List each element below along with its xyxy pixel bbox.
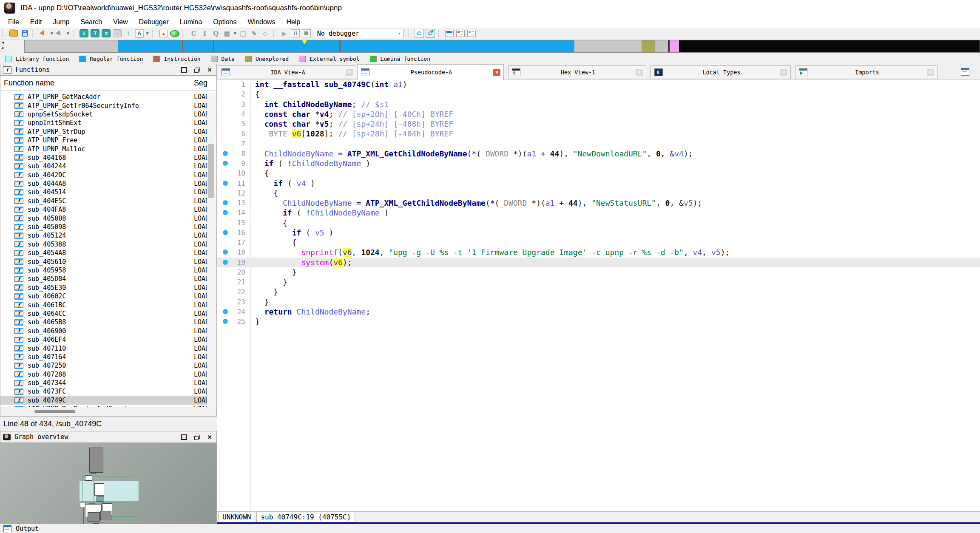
- code-line[interactable]: 25}: [217, 317, 980, 326]
- restore-icon[interactable]: [180, 66, 188, 73]
- tab-close-icon[interactable]: ×: [780, 69, 787, 76]
- float-icon[interactable]: [193, 66, 201, 73]
- menu-item-edit[interactable]: Edit: [25, 18, 48, 26]
- column-divider[interactable]: [191, 76, 191, 90]
- menu-item-help[interactable]: Help: [281, 18, 306, 26]
- jump-problem-button[interactable]: ◦: [113, 29, 122, 38]
- function-row[interactable]: fsub_407344LOAD: [0, 379, 207, 387]
- function-row[interactable]: fsub_4044A8LOAD: [0, 179, 207, 188]
- tab-close-icon[interactable]: ×: [636, 69, 643, 76]
- code-line[interactable]: 8 ChildNodeByName = ATP_XML_GetChildNode…: [217, 149, 980, 159]
- add-watch-button[interactable]: [456, 29, 465, 38]
- menu-item-search[interactable]: Search: [75, 18, 108, 26]
- string-style-dropdown[interactable]: ▼: [145, 31, 150, 36]
- function-row[interactable]: fATP_UPNP_StrDupLOAD: [0, 128, 207, 136]
- debugger-pause-button[interactable]: [291, 29, 300, 38]
- function-row[interactable]: fsub_404168LOAD: [0, 153, 207, 162]
- function-row[interactable]: fsub_404FA8LOAD: [0, 205, 207, 214]
- function-row[interactable]: fsub_4042DCLOAD: [0, 171, 207, 179]
- edit-mode-button[interactable]: ✎: [250, 29, 259, 38]
- graph-overview-minimap[interactable]: [0, 443, 217, 524]
- menu-item-view[interactable]: View: [108, 18, 133, 26]
- nav-back-dropdown[interactable]: ▼: [50, 31, 54, 36]
- code-line[interactable]: 13 ChildNodeByName = ATP_XML_GetChildNod…: [217, 198, 980, 208]
- start-process-button[interactable]: [170, 29, 179, 38]
- code-line[interactable]: 6 _BYTE v6[1028]; // [sp+28h] [-404h] BY…: [217, 129, 980, 139]
- code-line[interactable]: 19 system(v6);: [217, 258, 980, 267]
- column-function-name[interactable]: Function name: [4, 79, 54, 87]
- function-row[interactable]: fATP_UPNP_MallocLOAD: [0, 145, 207, 153]
- chunk-dropdown[interactable]: ▼: [233, 31, 237, 36]
- tab-close-icon[interactable]: ×: [493, 69, 500, 76]
- function-row[interactable]: fsub_405388LOAD: [0, 240, 207, 249]
- pseudocode-view[interactable]: 1int __fastcall sub_40749C(int a1)2{3 in…: [217, 79, 980, 511]
- breakpoint-list-button[interactable]: ▲: [159, 29, 168, 38]
- tab-close-icon[interactable]: ×: [346, 69, 353, 76]
- jump-segment-button[interactable]: ≡: [102, 29, 111, 38]
- ascii-string-button[interactable]: A: [135, 29, 144, 38]
- function-row[interactable]: fATP_UPNP_GetTr064SecurityInfoLOAD: [0, 101, 207, 110]
- tab-local-types[interactable]: Local Types×: [650, 65, 791, 79]
- debugger-stop-button[interactable]: [302, 29, 311, 38]
- function-row[interactable]: fsub_4064CCLOAD: [0, 309, 207, 318]
- nav-forward-button[interactable]: [55, 29, 65, 38]
- open-file-button[interactable]: [9, 29, 18, 38]
- frame-button[interactable]: □: [239, 29, 248, 38]
- close-icon[interactable]: ×: [205, 66, 214, 73]
- extra-view-icon[interactable]: [961, 68, 969, 76]
- debugger-selector[interactable]: No debugger ▾: [314, 29, 404, 38]
- code-line[interactable]: 20 }: [217, 267, 980, 277]
- code-line[interactable]: 10 {: [217, 168, 980, 178]
- function-row[interactable]: fsub_404514LOAD: [0, 188, 207, 196]
- code-line[interactable]: 11 if ( v4 ): [217, 179, 980, 188]
- tab-ida-view-a[interactable]: IDA View-A×: [218, 65, 356, 79]
- functions-vertical-scrollbar[interactable]: [207, 93, 216, 407]
- code-line[interactable]: 17 {: [217, 238, 980, 247]
- scrollbar-thumb[interactable]: [34, 410, 75, 413]
- column-seg[interactable]: Seg: [194, 76, 207, 90]
- windows-list-button[interactable]: [445, 29, 454, 38]
- edit-function-button[interactable]: I: [200, 29, 210, 38]
- function-row[interactable]: fsub_407110LOAD: [0, 344, 207, 352]
- code-line[interactable]: 9 if ( !ChildNodeByName ): [217, 159, 980, 168]
- tab-pseudocode-a[interactable]: Pseudocode-A×: [357, 64, 504, 80]
- menu-item-jump[interactable]: Jump: [47, 18, 75, 26]
- diamond-button[interactable]: ◇: [261, 29, 270, 38]
- code-line[interactable]: 18 snprintf(v6, 1024, "upg -g -U %s -t '…: [217, 247, 980, 257]
- function-row[interactable]: fsub_40602CLOAD: [0, 292, 207, 301]
- function-row[interactable]: fsub_406900LOAD: [0, 327, 207, 335]
- navband-scroll-arrows[interactable]: ◂▸: [2, 40, 4, 51]
- function-row[interactable]: fsub_4054A8LOAD: [0, 249, 207, 257]
- menu-item-debugger[interactable]: Debugger: [134, 18, 174, 26]
- jump-address-button[interactable]: #: [80, 29, 89, 38]
- function-row[interactable]: fsub_404E5CLOAD: [0, 197, 207, 205]
- function-row[interactable]: fsub_405124LOAD: [0, 231, 207, 240]
- function-row[interactable]: fsub_406EF4LOAD: [0, 335, 207, 344]
- tab-hex-view-1[interactable]: Hex View-1×: [508, 65, 646, 79]
- code-line[interactable]: 22 }: [217, 287, 980, 297]
- menu-item-options[interactable]: Options: [207, 18, 242, 26]
- function-row[interactable]: fATP_UPNP_GetMacAddrLOAD: [0, 93, 207, 101]
- function-row[interactable]: fsub_4073FCLOAD: [0, 387, 207, 396]
- tab-imports[interactable]: Imports×: [795, 65, 937, 79]
- code-line[interactable]: 21 }: [217, 277, 980, 287]
- function-row[interactable]: fsub_405D84LOAD: [0, 275, 207, 283]
- code-line[interactable]: 14 if ( !ChildNodeByName ): [217, 208, 980, 218]
- jump-xref-button[interactable]: ↑: [124, 29, 133, 38]
- code-line[interactable]: 7: [217, 139, 980, 149]
- function-row[interactable]: fupnpSetSsdpSocketLOAD: [0, 110, 207, 119]
- function-row[interactable]: fsub_405098LOAD: [0, 223, 207, 231]
- functions-table-header[interactable]: Function name Seg: [0, 76, 216, 91]
- code-line[interactable]: 2{: [217, 89, 980, 99]
- code-line[interactable]: 12 {: [217, 188, 980, 198]
- function-row[interactable]: fATP_UPNP_FreeLOAD: [0, 136, 207, 145]
- code-line[interactable]: 24 return ChildNodeByName;: [217, 307, 980, 317]
- restore-icon[interactable]: [180, 434, 188, 440]
- toggle-decompiler-button[interactable]: C: [426, 29, 435, 38]
- function-row[interactable]: fsub_405E30LOAD: [0, 284, 207, 292]
- functions-horizontal-scrollbar[interactable]: [0, 407, 216, 416]
- nav-forward-dropdown[interactable]: ▼: [66, 31, 70, 36]
- function-bounds-button[interactable]: Q: [211, 29, 221, 38]
- save-button[interactable]: [20, 29, 29, 38]
- code-line[interactable]: 15 {: [217, 218, 980, 228]
